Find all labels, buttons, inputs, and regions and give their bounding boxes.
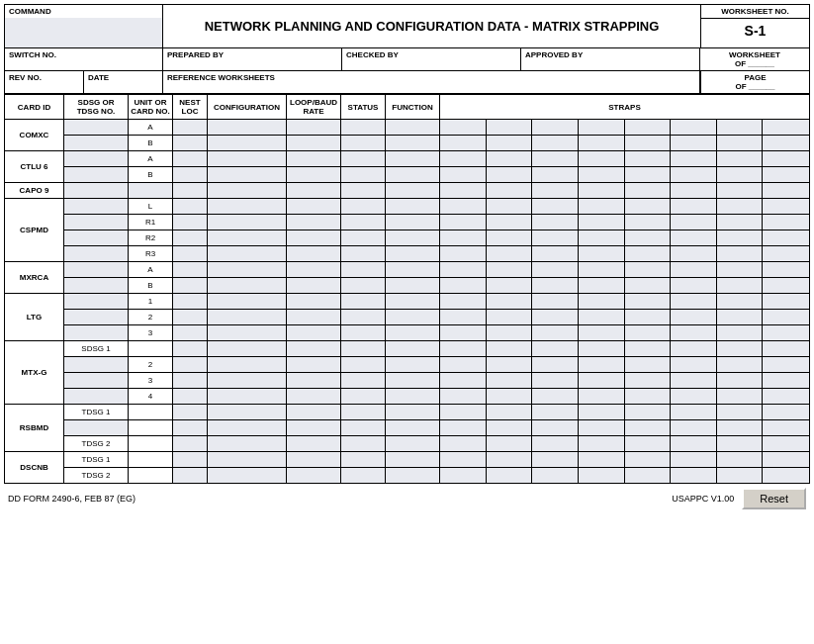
strap6 [671, 215, 717, 230]
strap5 [624, 373, 671, 389]
strap5 [624, 357, 671, 373]
strap3 [532, 199, 579, 215]
status-cell [341, 199, 386, 215]
status-cell [341, 405, 386, 420]
function-cell [386, 294, 440, 310]
nest-cell [173, 405, 208, 420]
strap4 [578, 262, 624, 278]
unit-cell [129, 183, 173, 199]
strap6 [671, 136, 717, 151]
table-row: 3 [5, 373, 810, 389]
sdsg-sub-cell: TDSG 1 [64, 452, 129, 468]
header-loop: LOOP/BAUDRATE [287, 95, 341, 120]
config-cell [208, 199, 287, 215]
loop-cell [287, 420, 341, 436]
function-cell [386, 436, 440, 452]
sdsg-sub-cell [64, 246, 129, 262]
strap3 [532, 167, 579, 183]
table-row: 3 [5, 325, 810, 341]
strap8 [763, 294, 810, 310]
strap2 [486, 199, 532, 215]
table-row: TDSG 2 [5, 468, 810, 484]
strap8 [763, 230, 810, 246]
strap8 [763, 136, 810, 151]
command-content [5, 18, 162, 47]
strap3 [532, 294, 579, 310]
strap6 [671, 341, 717, 357]
strap7 [716, 167, 763, 183]
strap5 [624, 420, 671, 436]
status-cell [341, 325, 386, 341]
nest-cell [173, 325, 208, 341]
table-row [5, 420, 810, 436]
function-cell [386, 151, 440, 167]
header-unit: UNIT ORCARD NO. [129, 95, 173, 120]
strap7 [716, 420, 763, 436]
unit-sub-cell: B [129, 278, 173, 294]
unit-sub-cell: R3 [129, 246, 173, 262]
header-status: STATUS [341, 95, 386, 120]
form-id: DD FORM 2490-6, FEB 87 (EG) [8, 494, 136, 504]
nest-cell [173, 183, 208, 199]
strap6 [671, 373, 717, 389]
strap6 [671, 230, 717, 246]
status-cell [341, 183, 386, 199]
strap1 [440, 183, 487, 199]
approved-by-label: APPROVED BY [521, 48, 700, 70]
function-cell [386, 341, 440, 357]
sdsg-sub-cell: TDSG 2 [64, 436, 129, 452]
strap1 [440, 405, 487, 420]
version: USAPPC V1.00 [672, 494, 734, 504]
worksheet-value: S-1 [701, 19, 809, 43]
strap4 [578, 436, 624, 452]
header-function: FUNCTION [386, 95, 440, 120]
strap6 [671, 357, 717, 373]
sdsg-sub-cell [64, 294, 129, 310]
strap6 [671, 294, 717, 310]
strap3 [532, 452, 579, 468]
table-row: B [5, 136, 810, 151]
strap2 [486, 262, 532, 278]
status-cell [341, 278, 386, 294]
sdsg-cell [64, 183, 129, 199]
loop-cell [287, 357, 341, 373]
table-row: DSCNB TDSG 1 [5, 452, 810, 468]
strap1 [440, 389, 487, 405]
strap3 [532, 357, 579, 373]
status-cell [341, 389, 386, 405]
strap1 [440, 325, 487, 341]
strap3 [532, 120, 579, 136]
strap5 [624, 294, 671, 310]
function-cell [386, 215, 440, 230]
strap8 [763, 120, 810, 136]
reset-button[interactable]: Reset [742, 488, 806, 509]
worksheet-no-label: WORKSHEET NO. [701, 5, 809, 19]
rev-no-label: REV NO. [5, 71, 84, 93]
sdsg-sub-cell [64, 310, 129, 325]
function-cell [386, 136, 440, 151]
sdsg-sub-cell [64, 420, 129, 436]
table-row: TDSG 2 [5, 436, 810, 452]
strap2 [486, 436, 532, 452]
strap3 [532, 262, 579, 278]
status-cell [341, 230, 386, 246]
strap1 [440, 215, 487, 230]
strap4 [578, 215, 624, 230]
strap1 [440, 167, 487, 183]
nest-cell [173, 468, 208, 484]
strap5 [624, 310, 671, 325]
nest-cell [173, 373, 208, 389]
strap5 [624, 246, 671, 262]
strap2 [486, 278, 532, 294]
loop-cell [287, 294, 341, 310]
strap1 [440, 120, 487, 136]
strap2 [486, 468, 532, 484]
title: NETWORK PLANNING AND CONFIGURATION DATA … [163, 5, 700, 47]
function-cell [386, 405, 440, 420]
status-cell [341, 310, 386, 325]
card-id-cell: LTG [5, 294, 64, 341]
function-cell [386, 452, 440, 468]
table-row: COMXC A [5, 120, 810, 136]
strap7 [716, 357, 763, 373]
status-cell [341, 357, 386, 373]
